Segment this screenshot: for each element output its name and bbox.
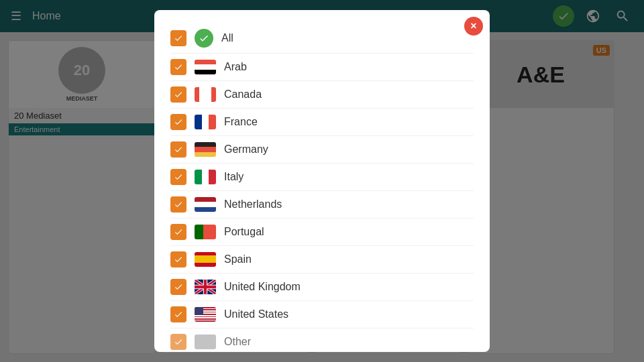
filter-label-italy: Italy	[224, 171, 244, 183]
checkbox-arab[interactable]	[170, 59, 186, 75]
checkbox-spain[interactable]	[170, 251, 186, 267]
check-icon-us	[174, 310, 183, 319]
filter-item-us[interactable]: United States	[170, 301, 474, 328]
filter-label-portugal: Portugal	[224, 226, 264, 238]
check-icon-germany	[174, 145, 183, 154]
uk-flag-svg	[195, 280, 216, 294]
filter-label-uk: United Kingdom	[224, 281, 301, 293]
flag-uk	[195, 280, 216, 294]
check-icon-spain	[174, 255, 183, 264]
filter-item-italy[interactable]: Italy	[170, 164, 474, 191]
filter-label-spain: Spain	[224, 253, 252, 265]
check-icon-all	[174, 34, 183, 43]
check-icon-netherlands	[174, 200, 183, 209]
checkbox-uk[interactable]	[170, 279, 186, 295]
check-icon-uk	[174, 282, 183, 292]
filter-item-portugal[interactable]: Portugal	[170, 219, 474, 246]
filter-label-netherlands: Netherlands	[224, 198, 282, 210]
filter-item-france[interactable]: France	[170, 109, 474, 136]
check-icon-other	[174, 337, 183, 347]
filter-label-arab: Arab	[224, 61, 247, 73]
flag-other	[195, 335, 216, 349]
modal-overlay[interactable]: × All Arab	[0, 0, 644, 362]
checkbox-canada[interactable]	[170, 86, 186, 103]
filter-label-france: France	[224, 116, 258, 128]
flag-germany	[195, 142, 216, 157]
check-icon-arab	[174, 62, 183, 72]
filter-item-germany[interactable]: Germany	[170, 136, 474, 164]
check-icon-portugal	[174, 227, 183, 237]
modal-close-button[interactable]: ×	[464, 17, 483, 36]
flag-us	[195, 307, 216, 322]
filter-item-netherlands[interactable]: Netherlands	[170, 191, 474, 219]
filter-item-canada[interactable]: Canada	[170, 81, 474, 109]
flag-spain	[195, 252, 216, 267]
checkbox-other[interactable]	[170, 334, 186, 350]
checkbox-germany[interactable]	[170, 141, 186, 158]
checkbox-us[interactable]	[170, 306, 186, 322]
check-icon-circle	[199, 33, 209, 44]
filter-label-other: Other	[224, 336, 251, 348]
all-check-circle	[195, 29, 213, 48]
filter-label-germany: Germany	[224, 143, 268, 156]
filter-label-all: All	[221, 32, 233, 44]
filter-modal: × All Arab	[154, 10, 490, 352]
checkbox-portugal[interactable]	[170, 224, 186, 240]
filter-item-uk[interactable]: United Kingdom	[170, 274, 474, 301]
checkbox-italy[interactable]	[170, 169, 186, 185]
filter-label-canada: Canada	[224, 88, 262, 101]
flag-france	[195, 115, 216, 129]
check-icon-italy	[174, 172, 183, 182]
flag-netherlands	[195, 197, 216, 212]
flag-canada	[195, 87, 216, 102]
flag-italy	[195, 170, 216, 184]
flag-arab	[195, 60, 216, 74]
checkbox-all[interactable]	[170, 30, 186, 46]
check-icon-canada	[174, 90, 183, 99]
filter-item-arab[interactable]: Arab	[170, 54, 474, 81]
checkbox-netherlands[interactable]	[170, 196, 186, 213]
checkbox-france[interactable]	[170, 114, 186, 130]
filter-item-other[interactable]: Other	[170, 328, 474, 352]
filter-label-us: United States	[224, 308, 288, 320]
check-icon-france	[174, 117, 183, 127]
filter-item-all[interactable]: All	[170, 23, 474, 54]
filter-item-spain[interactable]: Spain	[170, 246, 474, 274]
flag-portugal	[195, 225, 216, 239]
